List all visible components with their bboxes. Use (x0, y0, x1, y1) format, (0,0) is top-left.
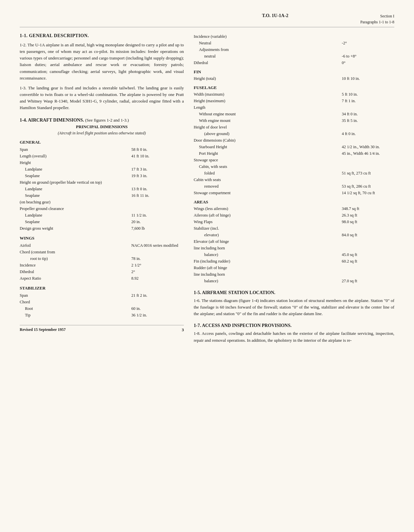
table-row: (on beaching gear) (20, 199, 184, 205)
table-row: Length (overall)41 ft 10 in. (20, 153, 184, 159)
table-row: Chord (constant from (20, 249, 184, 255)
table-row: line including horn (194, 245, 394, 251)
fuselage-title: FUSELAGE (194, 85, 394, 90)
table-row: Height of door level (194, 124, 394, 130)
table-row: Elevator (aft of hinge (194, 238, 394, 245)
table-row: (above ground)4 ft 0 in. (194, 130, 394, 137)
table-row: Width (maximum)5 ft 10 in. (194, 91, 394, 98)
table-row: Cabin, with seats (194, 163, 394, 170)
table-row: Landplane13 ft 0 in. (20, 186, 184, 192)
table-row: Ailerons (aft of hinge)26.3 sq ft (194, 212, 394, 219)
header-right: Section I Paragraphs 1-1 to 1-8 (360, 13, 394, 25)
page-header: T.O. 1U-1A-2 Section I Paragraphs 1-1 to… (20, 13, 394, 27)
table-row: Seaplane19 ft 3 in. (20, 173, 184, 179)
table-row: Wings (less ailerons)348.7 sq ft (194, 205, 394, 212)
table-row: Wing Flaps98.0 sq ft (194, 219, 394, 225)
table-row: balance)45.0 sq ft (194, 251, 394, 258)
fin-rows: Height (total)10 ft 10 in. (194, 75, 394, 82)
section1-5-title: 1-5. AIRFRAME STATION LOCATION. (194, 290, 394, 295)
table-row: Length (194, 104, 394, 111)
section1-7-title: 1-7. ACCESS AND INSPECTION PROVISIONS. (194, 323, 394, 328)
table-row: Fin (including rudder)60.2 sq ft (194, 258, 394, 265)
table-row: Stabilizer (incl. (194, 225, 394, 232)
table-row: Stowage compartment14 1/2 sq ft, 70 cu f… (194, 190, 394, 196)
table-row: Span21 ft 2 in. (20, 292, 184, 299)
stabilizer-group-title: STABILIZER (20, 286, 184, 291)
areas-title: AREAS (194, 199, 394, 205)
table-row: Cabin with seats (194, 176, 394, 183)
table-row: Chord (20, 299, 184, 305)
paragraphs-label: Paragraphs 1-1 to 1-8 (360, 19, 394, 25)
table-row: AirfoilNACA 0016 series modified (20, 242, 184, 249)
table-row: Height (total)10 ft 10 in. (194, 75, 394, 82)
table-row: Adjustments from (194, 46, 394, 53)
table-row: Seaplane20 in. (20, 219, 184, 225)
table-row: With engine mount35 ft 5 in. (194, 117, 394, 124)
general-rows: Span58 ft 0 in.Length (overall)41 ft 10 … (20, 146, 184, 232)
principal-dims-subtitle: (Aircraft in level flight position unles… (20, 131, 184, 136)
table-row: Landplane17 ft 3 in. (20, 166, 184, 173)
table-row: Height on ground (propeller blade vertic… (20, 179, 184, 186)
page: T.O. 1U-1A-2 Section I Paragraphs 1-1 to… (0, 0, 414, 532)
table-row: elevator)84.0 sq ft (194, 232, 394, 238)
table-row: Landplane11 1/2 in. (20, 212, 184, 219)
para1-6: 1-6. The stations diagram (figure 1-4) i… (194, 297, 394, 317)
table-row: Dihedral2° (20, 268, 184, 275)
table-row: Neutral-2° (194, 40, 394, 46)
table-row: neutral-6 to +8° (194, 53, 394, 59)
table-row: Root60 in. (20, 305, 184, 312)
page-footer: Revised 15 September 1957 3 (20, 325, 184, 333)
table-row: Propeller ground clearance (20, 205, 184, 212)
table-row: Rudder (aft of hinge (194, 265, 394, 271)
table-row: Starboard Height42 1/2 in., Width 30 in. (194, 144, 394, 150)
table-row: Incidence (variable) (194, 33, 394, 40)
doc-number: T.O. 1U-1A-2 (190, 13, 360, 18)
page-number: 3 (182, 327, 184, 333)
dimensions-section: 1-4. AIRCRAFT DIMENSIONS. (See figures 1… (20, 118, 184, 318)
wings-group-title: WINGS (20, 236, 184, 241)
table-row: line including horn (194, 271, 394, 278)
areas-rows: Wings (less ailerons)348.7 sq ftAilerons… (194, 205, 394, 284)
table-row: Design gross weight7,600 lb (20, 225, 184, 232)
table-row: Door dimensions (Cabin) (194, 137, 394, 144)
table-row: Without engine mount34 ft 0 in. (194, 111, 394, 117)
para1-2: 1-2. The U-1A airplane is an all metal, … (20, 42, 184, 81)
principal-dims-title: PRINCIPAL DIMENSIONS (20, 124, 184, 129)
section1-title: 1-1. GENERAL DESCRIPTION. (20, 33, 184, 38)
fin-title: FIN (194, 69, 394, 75)
para1-8: 1-8. Access panels, cowlings and detacha… (194, 330, 394, 343)
wings-rows: AirfoilNACA 0016 series modifiedChord (c… (20, 242, 184, 282)
table-row: Seaplane16 ft 11 in. (20, 192, 184, 199)
fuselage-rows: Width (maximum)5 ft 10 in.Height (maximu… (194, 91, 394, 196)
table-row: Aspect Ratio8.92 (20, 275, 184, 282)
stabilizer-rows: Span21 ft 2 in.ChordRoot60 in.Tip36 1/2 … (20, 292, 184, 318)
para1-3: 1-3. The landing gear is fixed and inclu… (20, 85, 184, 111)
table-row: Dihedral0° (194, 59, 394, 66)
table-row: root to tip)78 in. (20, 255, 184, 262)
table-row: Stowage space (194, 157, 394, 163)
section1-4-title: 1-4. AIRCRAFT DIMENSIONS. (See figures 1… (20, 118, 184, 123)
section-label: Section I (360, 13, 394, 19)
footer-revised: Revised 15 September 1957 (20, 327, 66, 333)
table-row: Height (maximum)7 ft 1 in. (194, 98, 394, 104)
general-group-title: GENERAL (20, 140, 184, 145)
stabilizer-cont-rows: Incidence (variable)Neutral-2°Adjustment… (194, 33, 394, 66)
table-row: removed53 sq ft, 286 cu ft (194, 183, 394, 190)
table-row: Tip36 1/2 in. (20, 312, 184, 318)
right-column: Incidence (variable)Neutral-2°Adjustment… (194, 33, 394, 347)
table-row: Incidence2 1/2° (20, 262, 184, 268)
table-row: Span58 ft 0 in. (20, 146, 184, 153)
table-row: Port Height45 in., Width 46 1/4 in. (194, 150, 394, 157)
main-content: 1-1. GENERAL DESCRIPTION. 1-2. The U-1A … (20, 33, 394, 347)
table-row: folded51 sq ft, 273 cu ft (194, 170, 394, 176)
left-column: 1-1. GENERAL DESCRIPTION. 1-2. The U-1A … (20, 33, 184, 347)
table-row: Height (20, 159, 184, 166)
table-row: balance)27.0 sq ft (194, 278, 394, 284)
